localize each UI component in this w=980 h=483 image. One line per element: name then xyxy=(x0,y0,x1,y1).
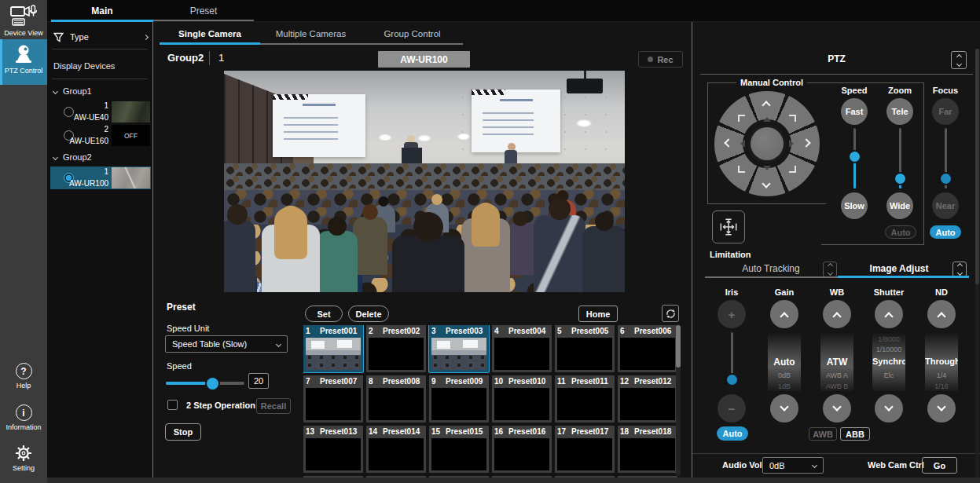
rec-button[interactable]: Rec xyxy=(638,51,683,68)
limitation-button[interactable] xyxy=(712,210,745,243)
preset-tile[interactable]: 12Preset012 xyxy=(618,375,677,423)
tab-main[interactable]: Main xyxy=(51,0,153,22)
iris-auto-button[interactable]: Auto xyxy=(717,426,748,441)
preset-grid-scrollbar[interactable] xyxy=(676,325,681,476)
pad-center-button[interactable] xyxy=(751,127,784,160)
zoom-slider-handle[interactable] xyxy=(895,174,905,184)
preset-tile[interactable]: 15Preset015 xyxy=(429,426,489,473)
pad-up-icon[interactable] xyxy=(762,101,770,109)
iris-close-button[interactable]: − xyxy=(718,394,746,423)
pad-upright-icon[interactable] xyxy=(789,115,796,122)
set-button[interactable]: Set xyxy=(305,306,343,322)
ptz-collapse-button[interactable] xyxy=(951,51,967,69)
speed-slider-handle[interactable] xyxy=(207,378,218,390)
tab-multiple-cameras[interactable]: Multiple Cameras xyxy=(260,25,362,42)
auto-tracking-collapse-button[interactable] xyxy=(823,262,837,277)
iris-slider-handle[interactable] xyxy=(727,375,737,385)
preset-tile[interactable]: 7Preset007 xyxy=(303,375,363,423)
focus-far-button[interactable]: Far xyxy=(932,98,959,125)
nd-down-button[interactable] xyxy=(927,394,956,423)
pad-right-icon[interactable] xyxy=(802,138,810,147)
shutter-down-button[interactable] xyxy=(875,394,903,423)
preset-tile[interactable]: 4Preset004 xyxy=(492,325,552,372)
awb-button[interactable]: AWB xyxy=(809,427,837,441)
audio-vol-select[interactable]: 0dB xyxy=(762,457,824,474)
ptz-panel-scrollbar[interactable] xyxy=(975,49,979,479)
pad-downright-icon[interactable] xyxy=(789,166,796,173)
type-filter-row[interactable]: Type xyxy=(53,28,148,46)
device-row-awue160[interactable]: 2 AW-UE160 OFF xyxy=(50,124,151,147)
sidebar-item-setting[interactable]: Setting xyxy=(0,445,47,472)
recall-button[interactable]: Recall xyxy=(256,398,291,414)
preset-tile[interactable]: 14Preset014 xyxy=(366,426,426,473)
pad-left-icon[interactable] xyxy=(724,138,732,147)
group2-row[interactable]: Group2 xyxy=(53,152,92,162)
focus-slider-handle[interactable] xyxy=(941,174,951,184)
nd-up-button[interactable] xyxy=(927,300,956,328)
tab-auto-tracking[interactable]: Auto Tracking xyxy=(716,263,826,274)
wb-value-wheel[interactable]: ATW AWB A AWB B xyxy=(820,333,853,391)
gain-up-button[interactable] xyxy=(770,300,798,328)
pad-down-icon[interactable] xyxy=(762,179,770,188)
sidebar-item-information[interactable]: i Information xyxy=(0,404,47,431)
iris-slider-track[interactable] xyxy=(731,332,733,378)
preset-tile[interactable]: 6Preset006 xyxy=(618,325,677,372)
preset-tile[interactable]: 2Preset002 xyxy=(366,325,426,372)
two-step-checkbox[interactable] xyxy=(167,400,178,410)
image-adjust-collapse-button[interactable] xyxy=(952,262,967,277)
gain-down-button[interactable] xyxy=(770,394,798,423)
go-button[interactable]: Go xyxy=(922,457,957,474)
scrollbar-thumb[interactable] xyxy=(676,325,681,368)
pad-upleft-icon[interactable] xyxy=(738,115,745,122)
preset-tile[interactable]: 11Preset011 xyxy=(555,375,615,423)
speed-fast-button[interactable]: Fast xyxy=(841,98,868,125)
focus-near-button[interactable]: Near xyxy=(932,192,959,219)
tab-preset[interactable]: Preset xyxy=(153,0,254,22)
wb-up-button[interactable] xyxy=(823,300,851,328)
zoom-tele-button[interactable]: Tele xyxy=(886,98,913,125)
speed-value-box[interactable]: 20 xyxy=(248,373,269,389)
tab-group-control[interactable]: Group Control xyxy=(362,25,463,42)
preset-tile[interactable]: 8Preset008 xyxy=(366,375,426,423)
device-radio[interactable] xyxy=(64,107,74,117)
stop-button[interactable]: Stop xyxy=(165,423,201,441)
speed-unit-select[interactable]: Speed Table (Slow) xyxy=(165,335,288,353)
camera-video-view[interactable] xyxy=(224,71,625,292)
abb-button[interactable]: ABB xyxy=(840,427,870,441)
scrollbar-thumb[interactable] xyxy=(975,49,979,284)
focus-auto-button[interactable]: Auto xyxy=(930,225,961,239)
group1-row[interactable]: Group1 xyxy=(53,86,92,96)
nd-value-wheel[interactable]: Through 1/4 1/16 xyxy=(925,333,958,391)
tab-image-adjust[interactable]: Image Adjust xyxy=(850,263,949,274)
sidebar-item-ptz-control[interactable]: PTZ Control xyxy=(0,39,47,85)
speed-slow-button[interactable]: Slow xyxy=(841,192,868,219)
shutter-value-wheel[interactable]: 1/8000 1/10000 Synchro Elc xyxy=(872,333,905,391)
pan-tilt-pad[interactable] xyxy=(714,91,820,196)
speed-slider-handle[interactable] xyxy=(850,152,860,162)
shutter-up-button[interactable] xyxy=(875,300,903,328)
preset-tile[interactable]: 10Preset010 xyxy=(492,375,552,423)
preset-tile[interactable]: 13Preset013 xyxy=(303,426,363,473)
pad-downleft-icon[interactable] xyxy=(738,166,745,173)
preset-tile[interactable]: 1Preset001 xyxy=(303,325,363,372)
delete-button[interactable]: Delete xyxy=(348,306,389,322)
wb-down-button[interactable] xyxy=(823,394,851,423)
camera-model-button[interactable]: AW-UR100 xyxy=(378,51,470,68)
home-button[interactable]: Home xyxy=(578,306,618,322)
sidebar-item-device-view[interactable]: Device View xyxy=(0,5,47,37)
preset-tile[interactable]: 16Preset016 xyxy=(492,426,552,473)
zoom-auto-button[interactable]: Auto xyxy=(885,225,916,239)
preset-tile[interactable]: 3Preset003 xyxy=(429,325,489,372)
iris-open-button[interactable]: + xyxy=(718,300,746,328)
sidebar-item-help[interactable]: ? Help xyxy=(0,363,47,390)
gain-value-wheel[interactable]: Auto 0dB 1dB xyxy=(768,333,801,391)
preset-tile[interactable]: 18Preset018 xyxy=(618,426,677,473)
device-row-awue40[interactable]: 1 AW-UE40 xyxy=(50,101,151,123)
preset-tile[interactable]: 9Preset009 xyxy=(429,375,489,423)
preset-tile[interactable]: 17Preset017 xyxy=(555,426,615,473)
device-row-awur100-selected[interactable]: 1 AW-UR100 xyxy=(50,166,151,189)
tab-single-camera[interactable]: Single Camera xyxy=(160,25,260,42)
preset-tile[interactable]: 5Preset005 xyxy=(555,325,615,372)
zoom-wide-button[interactable]: Wide xyxy=(886,192,913,219)
refresh-button[interactable] xyxy=(662,305,679,322)
